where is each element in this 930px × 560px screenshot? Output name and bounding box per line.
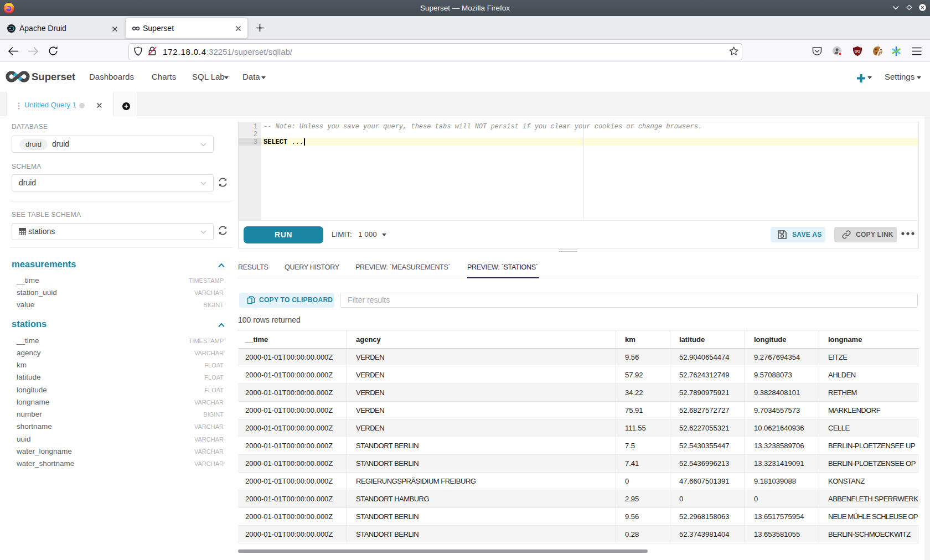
svg-text:UO: UO (855, 49, 861, 53)
